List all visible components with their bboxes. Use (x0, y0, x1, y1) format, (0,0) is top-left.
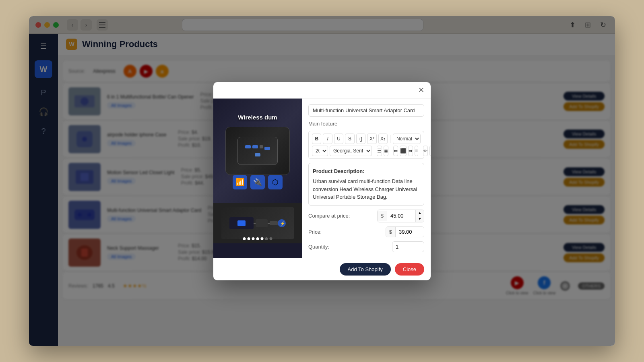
compare-price-increment[interactable]: ▲ (416, 210, 424, 216)
dot-5 (261, 237, 264, 240)
ordered-list-button[interactable]: ≣ (384, 146, 388, 156)
product-icon-cable: 🔌 (250, 175, 265, 189)
modal-close-x-button[interactable]: ✕ (416, 85, 426, 95)
subscript-button[interactable]: X₂ (378, 134, 388, 144)
price-row: Price: $ (308, 226, 424, 237)
modal-header: ✕ (213, 82, 431, 99)
dot-2 (248, 237, 250, 240)
modal-form-panel: Main feature B I U S {} X² (302, 99, 431, 258)
align-left-button[interactable]: ⬅ (393, 146, 398, 156)
editor-toolbar: B I U S {} X² X₂ Normal (308, 131, 424, 159)
compare-price-row: Compare at price: $ ▲ ▼ (308, 210, 424, 222)
italic-button[interactable]: I (323, 134, 332, 144)
modal-close-button[interactable]: Close (395, 263, 424, 276)
app-body: ☰ W P 🎧 ? W Winning Products Source: (29, 34, 615, 346)
dot-4 (256, 237, 259, 240)
price-label: Price: (308, 229, 322, 235)
toolbar-row-2: 20 Georgia, Serif ☰ ≣ ⬅ (312, 146, 421, 156)
svg-rect-19 (270, 221, 278, 225)
mac-window: ‹ › ⬆ ⊞ ↻ ☰ W P 🎧 ? W (29, 16, 615, 346)
svg-rect-18 (256, 219, 268, 227)
product-modal: ✕ (213, 82, 431, 280)
bold-button[interactable]: B (312, 134, 321, 144)
underline-button[interactable]: U (334, 134, 343, 144)
code-button[interactable]: {} (356, 134, 365, 144)
highlight-button[interactable]: ✏ (423, 146, 428, 156)
main-feature-label: Main feature (308, 121, 424, 127)
product-image-simulation: Wireless dum 📶 🔌 ⬡ (213, 99, 302, 203)
modal-body: Wireless dum 📶 🔌 ⬡ (213, 99, 431, 258)
modal-footer: Add To Shopify Close (213, 258, 431, 280)
modal-overlay: ✕ (58, 34, 615, 346)
svg-text:⚡: ⚡ (280, 221, 285, 226)
price-wrapper: $ (386, 226, 424, 237)
compare-price-input[interactable] (387, 211, 415, 221)
svg-rect-17 (237, 220, 246, 226)
desc-title: Product Description: (313, 167, 420, 175)
toolbar-separator-1 (390, 135, 390, 143)
modal-images-panel: Wireless dum 📶 🔌 ⬡ (213, 99, 302, 258)
price-input[interactable] (396, 227, 424, 237)
style-select[interactable]: Normal (393, 134, 421, 144)
modal-thumb-image: ⚡ (213, 203, 302, 243)
compare-price-stepper: ▲ ▼ (415, 210, 424, 222)
font-family-select[interactable]: Georgia, Serif (330, 146, 372, 156)
strikethrough-button[interactable]: S (345, 134, 354, 144)
emoji-button[interactable]: ☺ (429, 146, 431, 156)
dot-3 (252, 237, 255, 240)
dot-7 (270, 237, 272, 240)
quantity-input[interactable] (392, 241, 424, 252)
product-title-input[interactable] (308, 104, 424, 117)
quantity-row: Quantity: (308, 241, 424, 252)
quantity-label: Quantity: (308, 244, 329, 250)
dot-6 (265, 237, 268, 240)
bullet-list-button[interactable]: ☰ (377, 146, 382, 156)
modal-main-image: Wireless dum 📶 🔌 ⬡ (213, 99, 302, 203)
editor-content[interactable]: Product Description: Urban survival card… (308, 163, 424, 206)
align-justify-button[interactable]: ≡ (415, 146, 418, 156)
compare-price-wrapper: $ ▲ ▼ (377, 210, 424, 222)
font-size-select[interactable]: 20 (312, 146, 328, 156)
desc-body: Urban survival card multi-function Data … (313, 177, 420, 201)
price-currency: $ (386, 227, 396, 237)
product-icon-bluetooth: ⬡ (268, 175, 283, 189)
dot-1 (243, 237, 246, 240)
align-right-button[interactable]: ➡ (408, 146, 413, 156)
modal-image-overlay-text: Wireless dum (238, 114, 277, 121)
superscript-button[interactable]: X² (367, 134, 376, 144)
modal-add-to-shopify-button[interactable]: Add To Shopify (340, 263, 391, 276)
product-icon-wifi: 📶 (233, 175, 247, 189)
align-center-button[interactable]: ⬛ (400, 146, 407, 156)
compare-price-currency: $ (378, 211, 387, 221)
toolbar-row-1: B I U S {} X² X₂ Normal (312, 134, 421, 144)
thumbnail-dots (243, 237, 272, 240)
compare-price-label: Compare at price: (308, 213, 350, 219)
compare-price-decrement[interactable]: ▼ (416, 216, 424, 222)
main-content: W Winning Products Source: Aliexpress A … (58, 34, 615, 346)
